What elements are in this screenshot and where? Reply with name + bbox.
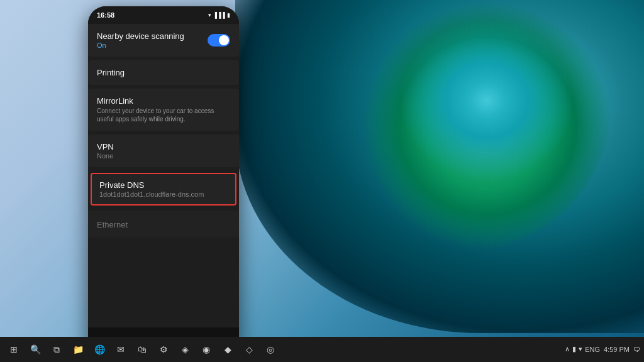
vpn-section: VPN None <box>88 134 239 167</box>
notification-button[interactable]: 🗨 <box>633 346 640 353</box>
system-tray: ∧ ▮ ▾ ENG <box>565 345 600 353</box>
ethernet-title: Ethernet <box>97 220 128 229</box>
mirrorlink-description: Connect your device to your car to acces… <box>97 107 230 123</box>
status-bar: 16:58 ▾ ▐▐▐ ▮ <box>88 6 239 24</box>
nearby-device-text: Nearby device scanning On <box>97 31 208 49</box>
battery-icon: ▮ <box>227 12 230 18</box>
mirrorlink-section: MirrorLink Connect your device to your c… <box>88 89 239 131</box>
private-dns-subtitle: 1dot1dot1dot1.cloudflare-dns.com <box>99 190 228 198</box>
nearby-device-item[interactable]: Nearby device scanning On <box>88 24 239 57</box>
task-view-button[interactable]: ⧉ <box>47 339 67 359</box>
start-button[interactable]: ⊞ <box>4 339 24 359</box>
private-dns-title: Private DNS <box>99 180 228 190</box>
status-icons: ▾ ▐▐▐ ▮ <box>208 12 230 18</box>
edge-button[interactable]: 🌐 <box>89 339 109 359</box>
mirrorlink-title: MirrorLink <box>97 96 230 106</box>
printing-section: Printing <box>88 60 239 85</box>
printing-title: Printing <box>97 68 230 77</box>
status-time: 16:58 <box>97 11 114 19</box>
printing-text: Printing <box>97 68 230 77</box>
private-dns-wrapper: Private DNS 1dot1dot1dot1.cloudflare-dns… <box>88 171 239 207</box>
app3-button[interactable]: ◆ <box>218 339 238 359</box>
mirrorlink-item[interactable]: MirrorLink Connect your device to your c… <box>88 89 239 131</box>
vpn-title: VPN <box>97 142 230 151</box>
vpn-subtitle: None <box>97 152 230 160</box>
settings-content: Nearby device scanning On Printing Mirro… <box>88 24 239 327</box>
taskbar-clock: 4:59 PM <box>604 345 630 354</box>
private-dns-text: Private DNS 1dot1dot1dot1.cloudflare-dns… <box>99 180 228 198</box>
settings-button[interactable]: ⚙ <box>153 339 174 359</box>
ethernet-section[interactable]: Ethernet <box>88 211 239 238</box>
app1-button[interactable]: ◈ <box>175 339 195 359</box>
vpn-item[interactable]: VPN None <box>88 134 239 167</box>
battery-tray-icon: ▮ <box>572 345 576 353</box>
phone-frame: 16:58 ▾ ▐▐▐ ▮ ‹ More connection settings… <box>88 6 239 355</box>
printing-item[interactable]: Printing <box>88 60 239 85</box>
mail-button[interactable]: ✉ <box>111 339 131 359</box>
windows-taskbar: ⊞ 🔍 ⧉ 📁 🌐 ✉ 🛍 ⚙ ◈ ◉ ◆ ◇ ◎ ∧ ▮ ▾ ENG 4:59… <box>0 337 644 362</box>
nearby-device-title: Nearby device scanning <box>97 31 208 41</box>
search-button[interactable]: 🔍 <box>25 339 45 359</box>
nearby-device-section: Nearby device scanning On <box>88 24 239 57</box>
app2-button[interactable]: ◉ <box>196 339 216 359</box>
mirrorlink-text: MirrorLink Connect your device to your c… <box>97 96 230 123</box>
taskbar-time-display: 4:59 PM <box>604 345 630 354</box>
store-button[interactable]: 🛍 <box>132 339 152 359</box>
lang-indicator: ENG <box>585 346 600 353</box>
tray-arrow[interactable]: ∧ <box>565 345 570 353</box>
file-explorer-button[interactable]: 📁 <box>68 339 88 359</box>
signal-icon: ▐▐▐ <box>213 12 225 18</box>
app5-button[interactable]: ◎ <box>260 339 280 359</box>
private-dns-item[interactable]: Private DNS 1dot1dot1dot1.cloudflare-dns… <box>91 173 236 206</box>
vpn-text: VPN None <box>97 142 230 160</box>
app4-button[interactable]: ◇ <box>239 339 259 359</box>
nearby-device-subtitle: On <box>97 41 208 49</box>
taskbar-right: ∧ ▮ ▾ ENG 4:59 PM 🗨 <box>565 345 640 354</box>
nearby-device-toggle[interactable] <box>208 34 230 47</box>
wifi-tray-icon: ▾ <box>579 345 582 353</box>
wifi-icon: ▾ <box>208 12 211 18</box>
taskbar-left: ⊞ 🔍 ⧉ 📁 🌐 ✉ 🛍 ⚙ ◈ ◉ ◆ ◇ ◎ <box>4 339 280 359</box>
